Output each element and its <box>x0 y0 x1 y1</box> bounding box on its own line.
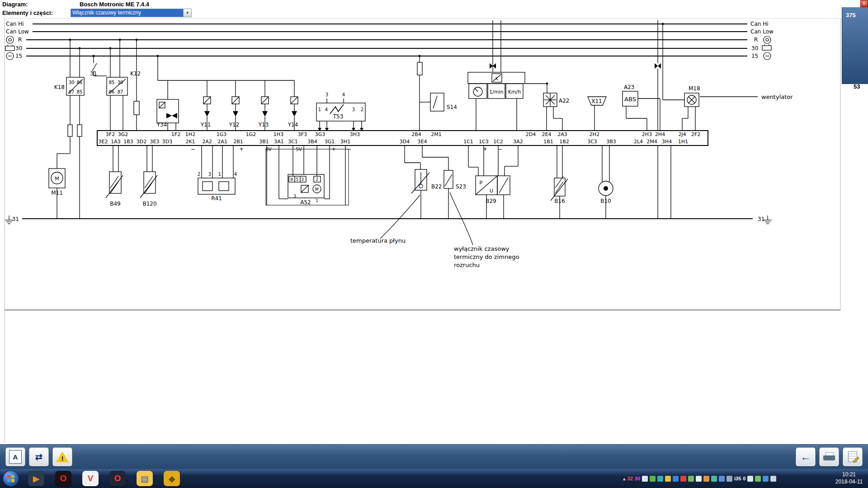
diagram-label: termiczny do zimnego <box>454 253 519 260</box>
back-button[interactable]: ← <box>796 447 816 466</box>
component-list-button[interactable]: A <box>5 447 25 466</box>
connector-pin-label: 2A2 <box>202 139 212 145</box>
tray-icon-2[interactable] <box>650 476 656 482</box>
ground-symbol <box>764 216 772 224</box>
compare-button[interactable]: ⇄ <box>29 447 49 466</box>
connector-pin-label: 3C3 <box>587 139 597 145</box>
diagram-panel-border <box>5 18 840 443</box>
opera-developer-icon[interactable]: O <box>109 471 126 486</box>
tray-indicator-0[interactable]: 0 <box>743 476 745 481</box>
connector-pin-label: 3B3 <box>606 139 616 145</box>
diagram-label: − <box>498 146 502 152</box>
diagram-label: 86 <box>109 89 115 94</box>
tray-temp-30[interactable]: 30 <box>635 476 640 481</box>
warning-mark: ! <box>61 455 64 462</box>
app-toolbar: A ⇄ ! ← <box>0 444 868 469</box>
diagram-label: 3 <box>208 172 211 177</box>
document-edit-icon <box>848 451 857 462</box>
tray-icon-6[interactable] <box>680 476 686 482</box>
elements-field-label: Elementy i części: <box>2 9 53 16</box>
tray-temp-32[interactable]: 32 <box>627 476 633 481</box>
diagram-label: + <box>239 146 244 152</box>
windows-logo-icon <box>7 475 14 482</box>
edit-button[interactable] <box>843 447 863 466</box>
connector-pin-label: 1C1 <box>463 139 473 145</box>
connector-pin-label: 3G2 <box>118 131 128 137</box>
media-player-icon[interactable]: ▶ <box>28 471 44 486</box>
opera-icon[interactable]: O <box>55 471 71 486</box>
connector-pin-label: 1H1 <box>678 139 688 145</box>
dropdown-arrow-button[interactable]: ▼ <box>183 9 191 17</box>
tray-icon-16[interactable] <box>770 476 776 482</box>
connector-pin-label: 3E3 <box>150 139 160 145</box>
tray-icon-4[interactable] <box>665 476 671 482</box>
diagram-label: Y14 <box>288 122 298 128</box>
sensor-B120 <box>144 172 156 193</box>
connector-pin-label: 2B1 <box>233 139 243 145</box>
connector-pin-label: 3G3 <box>315 131 326 137</box>
warnings-button[interactable]: ! <box>52 447 72 466</box>
connector-pin-label: 2B4 <box>411 131 421 137</box>
diagram-label: ABS <box>624 96 636 103</box>
diagram-label: 3 <box>293 194 296 198</box>
tray-icon-14[interactable] <box>755 476 761 482</box>
connector-pin-label: 3B1 <box>259 139 269 145</box>
diagnostics-app-icon[interactable]: ◆ <box>164 471 180 486</box>
connector-pin-label: 3D3 <box>162 139 172 145</box>
diagram-title: Bosch Motronic ME 7.4.4 <box>80 1 149 8</box>
diagram-label: 87 <box>69 89 75 94</box>
tray-icon-8[interactable] <box>696 476 702 482</box>
tray-icon-11[interactable] <box>719 476 725 482</box>
tray-icon-1[interactable] <box>642 476 648 482</box>
terminal-r-icon <box>6 36 14 43</box>
diagram-label: B29 <box>486 198 496 204</box>
start-button[interactable] <box>3 470 19 487</box>
connector-pin-label: 2H2 <box>590 131 599 137</box>
diagram-label: + <box>331 146 336 152</box>
window-close-button[interactable]: × <box>860 0 868 7</box>
diagram-label: 5V <box>296 147 302 152</box>
connector-pin-label: 2M1 <box>431 131 442 137</box>
diagram-label: Y34 <box>156 122 167 128</box>
diagram-label: Y11 <box>200 122 211 128</box>
tray-icon-9[interactable] <box>703 476 709 482</box>
diagram-label: A23 <box>624 84 634 90</box>
diagram-label: M18 <box>689 85 700 92</box>
tray-icon-7[interactable] <box>688 476 694 482</box>
tray-icon-5[interactable] <box>673 476 679 482</box>
clock-time: 10:21 <box>832 471 866 478</box>
diagram-label: T53 <box>333 113 344 120</box>
schematic-svg[interactable]: Can HiCan LowR3015Can HiCan LowR301531K1… <box>0 0 868 452</box>
diagram-label: 30 <box>69 80 75 85</box>
print-button[interactable] <box>819 447 839 466</box>
diagram-label: 4 <box>342 92 345 97</box>
connector-pin-label: 1H3 <box>274 131 283 137</box>
connector-pin-label: 1C2 <box>493 139 503 145</box>
taskbar: ▶OVO▤◆ ▴3230i350 10:21 2018-04-11 <box>0 469 868 488</box>
taskbar-clock[interactable]: 10:21 2018-04-11 <box>832 471 866 485</box>
diagram-label: B120 <box>142 201 156 207</box>
vivaldi-icon[interactable]: V <box>82 471 99 486</box>
connector-pin-label: 1B1 <box>543 139 553 145</box>
connector-pin-label: 3E2 <box>99 139 108 145</box>
diagram-label: 31 <box>12 216 19 222</box>
connector-pin-label: 2L4 <box>634 139 643 145</box>
tray-icon-13[interactable] <box>747 476 753 482</box>
tray-icon-10[interactable] <box>711 476 717 482</box>
diagram-label: U <box>490 188 493 194</box>
diagram-label: 3 <box>352 107 355 112</box>
connector-pin-label: 3B4 <box>307 139 317 145</box>
tray-indicator-i35[interactable]: i35 <box>734 476 741 481</box>
tray-chevron[interactable]: ▴ <box>623 476 626 482</box>
tray-icon-3[interactable] <box>657 476 663 482</box>
connector-pin-label: 1G2 <box>246 131 256 137</box>
diagram-label: 4 <box>234 172 237 177</box>
tray-icon-12[interactable] <box>726 476 732 482</box>
connector-pin-label: 3G1 <box>325 139 335 145</box>
diagram-label: 85 <box>77 89 83 94</box>
diagram-label: 30 <box>118 80 123 85</box>
diagram-label: 87 <box>118 89 123 94</box>
tray-icon-15[interactable] <box>763 476 769 482</box>
elements-dropdown[interactable]: Włącznik czasowy termiczny ▼ <box>71 9 192 17</box>
file-explorer-icon[interactable]: ▤ <box>137 471 153 486</box>
